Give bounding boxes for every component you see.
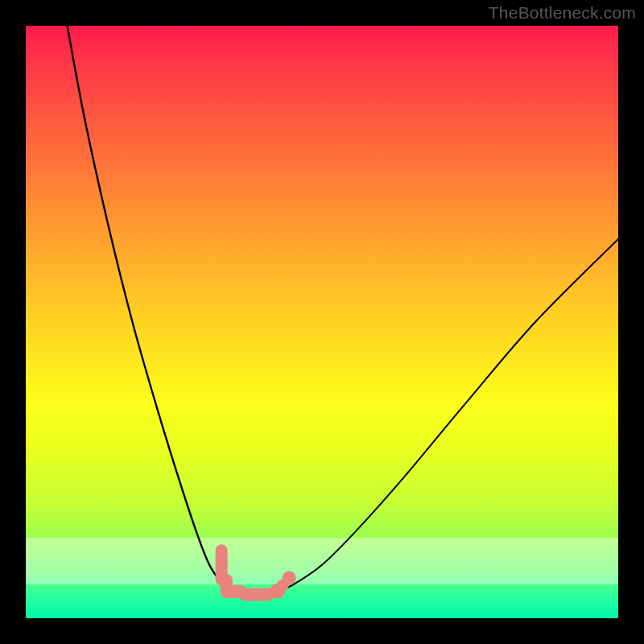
curve-left-branch (68, 26, 241, 596)
plot-area (26, 26, 618, 618)
chart-frame: TheBottleneck.com (0, 0, 644, 644)
data-marker (282, 571, 295, 584)
watermark-text: TheBottleneck.com (489, 3, 636, 23)
curve-right-branch (240, 239, 618, 596)
curve-layer (26, 26, 618, 618)
